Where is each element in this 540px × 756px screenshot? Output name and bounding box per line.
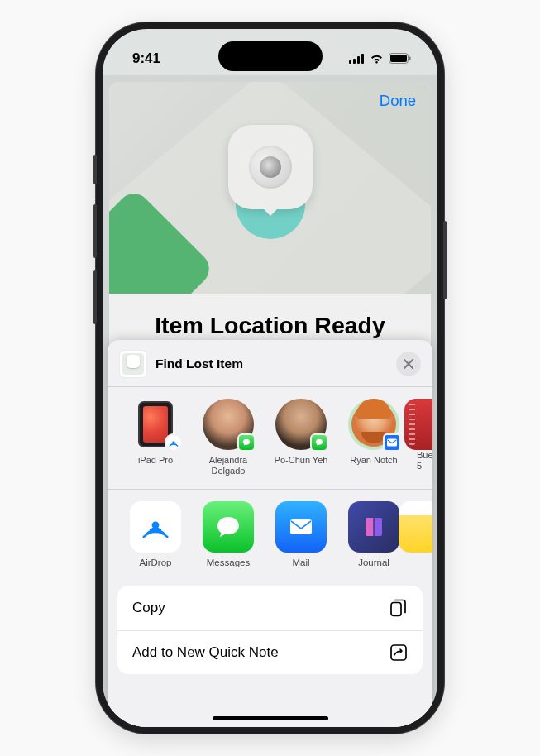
svg-rect-5 xyxy=(390,55,407,62)
svg-rect-10 xyxy=(290,519,312,534)
close-button[interactable] xyxy=(396,352,421,376)
volume-down-button xyxy=(93,270,97,324)
svg-rect-3 xyxy=(361,54,364,64)
screen: 9:41 Done Item Location Ready xyxy=(103,29,437,727)
messages-badge-icon xyxy=(237,433,256,452)
share-target-ipad-pro[interactable]: iPad Pro xyxy=(121,399,190,478)
messages-icon xyxy=(203,501,254,553)
dynamic-island xyxy=(218,41,323,71)
messages-badge-icon xyxy=(310,433,328,452)
contact-label: Alejandra Delgado xyxy=(195,455,261,478)
svg-rect-1 xyxy=(353,59,356,64)
svg-rect-8 xyxy=(387,438,397,446)
contact-label: iPad Pro xyxy=(122,455,189,467)
share-target-contact[interactable]: Alejandra Delgado xyxy=(194,399,263,478)
airdrop-badge-icon xyxy=(165,433,183,452)
share-app-airdrop[interactable]: AirDrop xyxy=(121,501,190,567)
svg-rect-2 xyxy=(357,56,360,64)
status-time: 9:41 xyxy=(132,50,160,67)
app-label: Mail xyxy=(292,557,309,567)
battery-icon xyxy=(389,53,411,64)
power-button xyxy=(443,221,447,299)
home-indicator[interactable] xyxy=(213,716,328,720)
app-label: AirDrop xyxy=(140,557,172,567)
airdrop-icon xyxy=(130,501,181,553)
map-preview: Done xyxy=(109,82,431,294)
share-app-messages[interactable]: Messages xyxy=(194,501,263,567)
share-link-thumbnail xyxy=(119,350,147,378)
notes-icon xyxy=(399,501,432,553)
share-contacts-row[interactable]: iPad Pro Alejandra Delgado xyxy=(108,387,432,490)
avatar xyxy=(203,399,254,450)
avatar xyxy=(275,399,327,450)
avatar xyxy=(348,399,399,450)
action-label: Copy xyxy=(132,600,165,616)
app-label: Journal xyxy=(358,557,389,567)
app-label: Messages xyxy=(207,557,250,567)
contact-label: Ryan Notch xyxy=(341,455,407,467)
journal-icon xyxy=(348,501,399,553)
airtag-icon xyxy=(228,125,313,209)
share-actions-list: Copy Add to New Quick Note xyxy=(117,586,423,674)
share-sheet-title: Find Lost Item xyxy=(155,356,388,371)
share-app-partial[interactable] xyxy=(412,501,432,567)
svg-rect-11 xyxy=(373,518,375,536)
share-app-mail[interactable]: Mail xyxy=(266,501,336,567)
app-tile-icon xyxy=(404,399,432,450)
action-label: Add to New Quick Note xyxy=(132,644,279,661)
share-target-contact[interactable]: Ryan Notch xyxy=(339,399,409,478)
share-target-contact[interactable]: Po-Chun Yeh xyxy=(266,399,336,478)
item-pin xyxy=(228,125,313,209)
wifi-icon xyxy=(370,54,384,64)
side-button xyxy=(93,155,97,184)
done-button[interactable]: Done xyxy=(380,92,416,110)
svg-rect-12 xyxy=(391,602,401,615)
iphone-frame: 9:41 Done Item Location Ready xyxy=(96,22,444,734)
contact-label: Buen 5 xyxy=(413,450,432,473)
share-apps-row[interactable]: AirDrop Messages Mail xyxy=(108,490,432,579)
svg-rect-0 xyxy=(349,60,351,64)
contact-label: Po-Chun Yeh xyxy=(268,455,334,467)
svg-rect-13 xyxy=(391,645,406,660)
action-add-quick-note[interactable]: Add to New Quick Note xyxy=(117,630,423,674)
mail-badge-icon xyxy=(383,433,401,452)
share-sheet-header: Find Lost Item xyxy=(108,340,432,386)
copy-icon xyxy=(389,598,408,618)
share-sheet: Find Lost Item iPad Pro xyxy=(108,340,432,727)
mail-icon xyxy=(275,501,327,553)
svg-rect-6 xyxy=(409,57,411,60)
quick-note-icon xyxy=(389,644,408,662)
cellular-icon xyxy=(349,54,365,64)
share-target-partial[interactable]: Buen 5 xyxy=(412,399,432,478)
action-copy[interactable]: Copy xyxy=(117,586,423,630)
ipad-device-icon xyxy=(130,399,181,450)
close-icon xyxy=(404,359,413,369)
volume-up-button xyxy=(93,204,97,258)
